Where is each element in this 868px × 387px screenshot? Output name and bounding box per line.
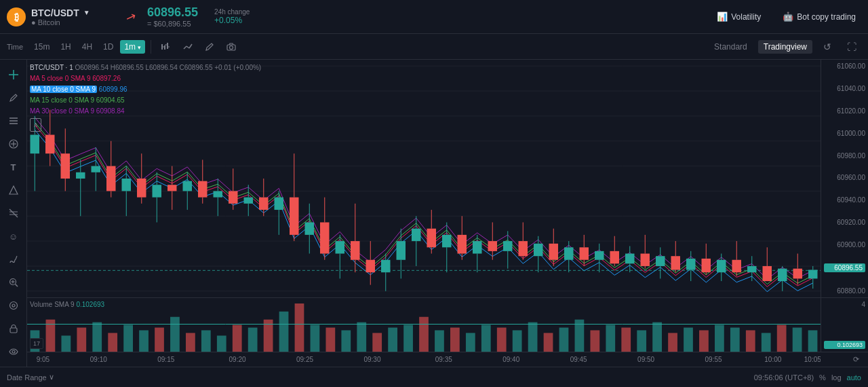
indicators-button[interactable] xyxy=(178,37,197,56)
price-level-7: 60940.00 xyxy=(824,196,865,204)
measure-tool[interactable] xyxy=(4,134,23,153)
bottom-bar-right: 09:56:06 (UTC+8) % log auto xyxy=(754,373,861,382)
current-price-label[interactable]: 60896.55 xyxy=(824,263,865,272)
price-usd: = $60,896.55 xyxy=(147,20,198,28)
price-scale-main: 61060.00 61040.00 61020.00 61000.00 6098… xyxy=(821,60,868,297)
interval-15m[interactable]: 15m xyxy=(30,40,54,54)
volume-chart: Volume SMA 9 0.102693 17 xyxy=(27,297,821,352)
btc-icon: ₿ xyxy=(7,7,26,26)
separator-1 xyxy=(151,40,151,54)
svg-marker-19 xyxy=(9,186,18,194)
svg-line-20 xyxy=(9,209,18,217)
toolbar-right: Standard Tradingview ↺ ⛶ xyxy=(709,37,861,56)
svg-line-8 xyxy=(189,44,192,48)
time-reset-button[interactable]: ⟳ xyxy=(846,350,865,369)
toolbar: Time 15m 1H 4H 1D 1m ▾ St xyxy=(0,34,868,60)
svg-rect-29 xyxy=(10,328,17,333)
volume-value: 0.102693 xyxy=(76,301,104,308)
svg-line-6 xyxy=(184,46,186,49)
time-label: Time xyxy=(7,43,23,51)
zoom-in-tool[interactable] xyxy=(4,273,23,292)
price-value: 60896.55 xyxy=(147,5,198,20)
interval-1d[interactable]: 1D xyxy=(99,40,117,54)
alert-tool[interactable] xyxy=(4,296,23,315)
price-level-1: 61060.00 xyxy=(824,62,865,70)
volume-label: Volume SMA 9 xyxy=(30,301,75,308)
draw-button[interactable] xyxy=(200,37,219,56)
view-standard[interactable]: Standard xyxy=(709,40,753,54)
eye-tool[interactable] xyxy=(4,342,23,361)
ma30-val: 60908.84 xyxy=(96,107,125,115)
ma5-val: 60897.26 xyxy=(92,75,121,82)
chart-type-button[interactable] xyxy=(157,37,176,56)
svg-line-24 xyxy=(15,284,18,287)
symbol-name[interactable]: BTC/USDT xyxy=(31,7,79,18)
price-level-4: 61000.00 xyxy=(824,130,865,137)
svg-point-28 xyxy=(12,304,15,307)
tv-logo: 17 xyxy=(30,338,43,349)
symbol-dropdown-icon[interactable]: ▼ xyxy=(83,9,90,16)
interval-1m[interactable]: 1m ▾ xyxy=(120,40,145,54)
ma5-label: MA 5 close 0 SMA 9 xyxy=(30,75,91,82)
price-level-9: 60900.00 xyxy=(824,241,865,248)
pen-tool[interactable] xyxy=(4,88,23,107)
interval-1h[interactable]: 1H xyxy=(56,40,75,54)
vol-current-label[interactable]: 0.102693 xyxy=(824,341,865,349)
svg-point-27 xyxy=(9,302,17,310)
chart-overlay-info: BTC/USDT · 1 O60896.54 H60896.55 L60896.… xyxy=(30,62,261,132)
symbol-info: ₿ BTC/USDT ▼ ● Bitcoin xyxy=(7,7,115,26)
brush-tool[interactable] xyxy=(4,250,23,269)
bot-copy-label: Bot copy trading xyxy=(797,12,856,22)
svg-rect-4 xyxy=(167,43,168,49)
change-value: +0.05% xyxy=(214,16,250,25)
fullscreen-button[interactable]: ⛶ xyxy=(842,37,861,56)
svg-point-10 xyxy=(230,45,233,49)
time-scale-right: ⟳ xyxy=(821,352,868,367)
chart-title: BTC/USDT · 1 xyxy=(30,64,73,71)
lines-tool[interactable] xyxy=(4,111,23,130)
interval-4h[interactable]: 4H xyxy=(78,40,96,54)
volatility-button[interactable]: 📊 Volatility xyxy=(711,9,766,24)
camera-button[interactable] xyxy=(222,37,241,56)
volume-chart-canvas[interactable] xyxy=(27,298,821,352)
lock-tool[interactable] xyxy=(4,319,23,338)
emoji-tool[interactable]: ☺ xyxy=(4,227,23,246)
volume-overlay-info: Volume SMA 9 0.102693 xyxy=(30,301,104,308)
header: ₿ BTC/USDT ▼ ● Bitcoin ↗ 60896.55 = $60,… xyxy=(0,0,868,34)
ma10-val: 60899.96 xyxy=(99,86,127,93)
refresh-button[interactable]: ↺ xyxy=(818,37,837,56)
svg-rect-2 xyxy=(164,45,165,50)
fibonacci-tool[interactable] xyxy=(4,204,23,223)
main-chart[interactable]: BTC/USDT · 1 O60896.54 H60896.55 L60896.… xyxy=(27,60,821,297)
bot-copy-button[interactable]: 🤖 Bot copy trading xyxy=(777,9,861,24)
price-level-10: 60880.00 xyxy=(824,287,865,295)
price-level-2: 61040.00 xyxy=(824,85,865,92)
bottom-bar: Date Range ∨ 09:56:06 (UTC+8) % log auto xyxy=(0,367,868,387)
collapse-btn[interactable]: ∧ xyxy=(30,118,41,132)
price-level-6: 60960.00 xyxy=(824,174,865,181)
ma15-val: 60904.65 xyxy=(96,96,125,104)
crosshair-tool[interactable] xyxy=(4,65,23,84)
ohlc-values: O60896.54 H60896.55 L60896.54 C60896.55 … xyxy=(75,64,262,71)
left-sidebar: T ☺ xyxy=(0,60,27,367)
annotation-arrow: ↗ xyxy=(124,8,139,26)
time-axis-canvas xyxy=(27,352,821,367)
text-tool[interactable]: T xyxy=(4,158,23,177)
ma15-label: MA 15 close 0 SMA 9 xyxy=(30,96,94,104)
auto-label[interactable]: auto xyxy=(847,373,861,382)
volatility-icon: 📊 xyxy=(717,12,728,22)
percent-label[interactable]: % xyxy=(819,373,826,382)
header-right: 📊 Volatility 🤖 Bot copy trading xyxy=(711,9,861,24)
view-tradingview[interactable]: Tradingview xyxy=(758,40,812,54)
shapes-tool[interactable] xyxy=(4,181,23,200)
log-label[interactable]: log xyxy=(831,373,842,382)
price-info: 60896.55 = $60,896.55 xyxy=(147,5,198,28)
main-area: T ☺ BTC/USDT · 1 O60896.54 H60896.55 L60… xyxy=(0,60,868,367)
bot-icon: 🤖 xyxy=(783,12,793,22)
change-label: 24h change xyxy=(214,8,250,16)
date-range-button[interactable]: Date Range ∨ xyxy=(7,373,54,382)
change-info: 24h change +0.05% xyxy=(214,8,250,25)
symbol-sub: ● Bitcoin xyxy=(31,18,90,26)
ma30-label: MA 30 close 0 SMA 9 xyxy=(30,107,94,115)
price-scale-vol: 4 0.102693 xyxy=(821,297,868,352)
